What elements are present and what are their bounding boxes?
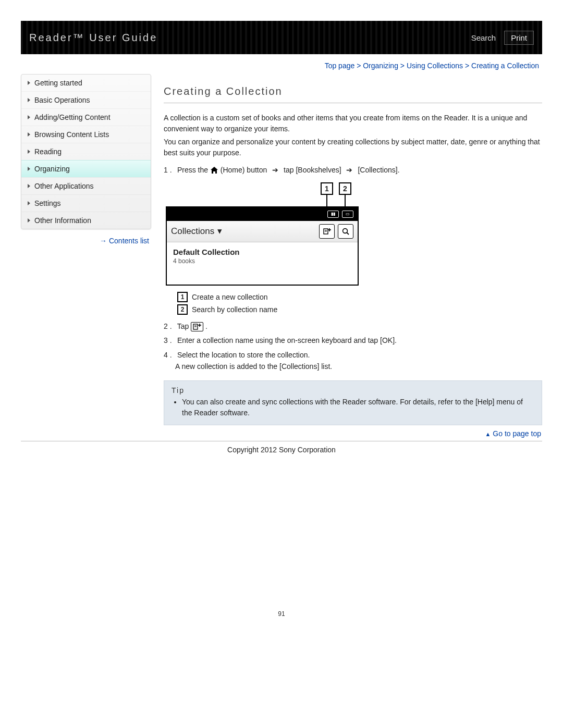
device-toolbar-title: Collections ▾	[171, 226, 316, 237]
intro-text: A collection is a custom set of books an…	[164, 113, 542, 158]
sidebar-item-reading[interactable]: Reading	[21, 143, 151, 160]
breadcrumb-item[interactable]: Organizing	[363, 61, 398, 70]
sidebar-item-label: Other Applications	[34, 182, 94, 190]
go-to-top-link[interactable]: ▲Go to page top	[164, 425, 542, 441]
step-4: 4 . Select the location to store the col…	[164, 350, 542, 372]
legend-text: Create a new collection	[192, 293, 268, 301]
sidebar-item-label: Other Information	[34, 216, 91, 225]
home-icon	[210, 166, 218, 174]
sidebar-item-browsing[interactable]: Browsing Content Lists	[21, 126, 151, 143]
step-1: 1 . Press the (Home) button ➔ tap [Books…	[164, 165, 542, 176]
contents-list-link[interactable]: →Contents list	[21, 229, 151, 245]
callout-2: 2	[339, 182, 351, 195]
sidebar-nav: Getting started Basic Operations Adding/…	[21, 74, 151, 229]
sidebar-item-adding-content[interactable]: Adding/Getting Content	[21, 108, 151, 126]
app-title: Reader™ User Guide	[29, 32, 157, 44]
print-button[interactable]: Print	[504, 31, 534, 45]
chevron-right-icon	[28, 218, 30, 223]
breadcrumb-item[interactable]: Top page	[325, 61, 355, 70]
breadcrumb-item[interactable]: Creating a Collection	[471, 61, 539, 70]
svg-point-5	[343, 228, 348, 233]
page-title: Creating a Collection	[164, 74, 542, 103]
up-triangle-icon: ▲	[485, 431, 491, 437]
breadcrumb: Top page > Organizing > Using Collection…	[21, 54, 542, 74]
screenshot-figure: 1 2 ▮▮ ▭ Collections ▾	[164, 182, 542, 286]
breadcrumb-item[interactable]: Using Collections	[407, 61, 463, 70]
device-mock: ▮▮ ▭ Collections ▾	[166, 206, 359, 286]
new-collection-icon	[191, 322, 203, 331]
callout-1: 1	[321, 182, 333, 195]
sidebar-item-label: Adding/Getting Content	[34, 113, 111, 121]
tip-box: Tip You can also create and sync collect…	[164, 380, 542, 425]
sidebar-item-settings[interactable]: Settings	[21, 194, 151, 212]
legend-number: 2	[177, 304, 188, 315]
search-button[interactable]	[338, 224, 353, 239]
signal-icon: ▮▮	[327, 211, 339, 218]
sidebar-item-label: Basic Operations	[34, 96, 90, 104]
arrow-right-icon: →	[100, 237, 107, 245]
sidebar-item-organizing[interactable]: Organizing	[21, 160, 151, 177]
step-3: 3 . Enter a collection name using the on…	[164, 335, 542, 347]
chevron-right-icon	[28, 81, 30, 85]
copyright-text: Copyright 2012 Sony Corporation	[21, 441, 542, 454]
chevron-right-icon	[28, 132, 30, 137]
sidebar-item-other-apps[interactable]: Other Applications	[21, 177, 151, 194]
chevron-right-icon	[28, 115, 30, 119]
device-status-bar: ▮▮ ▭	[167, 207, 358, 221]
sidebar-item-label: Getting started	[34, 79, 82, 87]
tip-text: You can also create and sync collections…	[182, 397, 534, 418]
svg-line-6	[347, 232, 349, 235]
sidebar-item-basic-operations[interactable]: Basic Operations	[21, 91, 151, 108]
tip-title: Tip	[172, 386, 534, 394]
device-list-item-sub: 4 books	[173, 257, 351, 265]
arrow-right-icon: ➔	[272, 166, 278, 174]
chevron-right-icon	[28, 150, 30, 154]
legend-number: 1	[177, 292, 188, 302]
sidebar-item-other-info[interactable]: Other Information	[21, 212, 151, 229]
battery-icon: ▭	[342, 211, 353, 218]
device-list-item-title: Default Collection	[173, 248, 351, 256]
sidebar-item-label: Settings	[34, 199, 61, 207]
chevron-right-icon	[28, 98, 30, 102]
chevron-right-icon	[28, 167, 30, 171]
chevron-right-icon	[28, 201, 30, 205]
new-collection-button[interactable]	[319, 224, 335, 239]
legend-text: Search by collection name	[192, 305, 277, 314]
sidebar-item-getting-started[interactable]: Getting started	[21, 75, 151, 91]
step-2: 2 . Tap .	[164, 321, 542, 332]
sidebar-item-label: Browsing Content Lists	[34, 130, 109, 139]
sidebar-item-label: Organizing	[34, 165, 70, 173]
sidebar-item-label: Reading	[34, 147, 62, 156]
figure-legend: 1 Create a new collection 2 Search by co…	[177, 292, 542, 315]
chevron-down-icon: ▾	[217, 226, 222, 237]
search-link[interactable]: Search	[470, 30, 497, 45]
chevron-right-icon	[28, 184, 30, 188]
header-bar: Reader™ User Guide Search Print	[21, 21, 542, 54]
page-number: 91	[21, 610, 542, 618]
arrow-right-icon: ➔	[346, 166, 352, 174]
